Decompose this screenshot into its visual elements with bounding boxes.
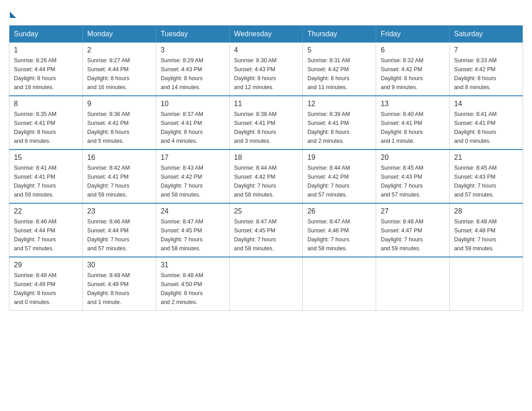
day-info: Sunrise: 8:47 AM Sunset: 4:45 PM Dayligh…: [161, 217, 225, 253]
day-info: Sunrise: 8:29 AM Sunset: 4:43 PM Dayligh…: [161, 56, 225, 92]
day-number: 13: [381, 100, 445, 108]
calendar-cell: 24 Sunrise: 8:47 AM Sunset: 4:45 PM Dayl…: [156, 203, 229, 257]
calendar-cell: 31 Sunrise: 8:48 AM Sunset: 4:50 PM Dayl…: [156, 257, 229, 311]
day-number: 8: [14, 100, 78, 108]
calendar-cell: 12 Sunrise: 8:39 AM Sunset: 4:41 PM Dayl…: [303, 96, 376, 150]
calendar-cell: 22 Sunrise: 8:46 AM Sunset: 4:44 PM Dayl…: [9, 203, 83, 257]
day-info: Sunrise: 8:37 AM Sunset: 4:41 PM Dayligh…: [161, 110, 225, 146]
day-info: Sunrise: 8:44 AM Sunset: 4:42 PM Dayligh…: [234, 163, 298, 199]
day-number: 17: [161, 154, 225, 162]
weekday-header-tuesday: Tuesday: [156, 26, 229, 43]
day-info: Sunrise: 8:38 AM Sunset: 4:41 PM Dayligh…: [234, 110, 298, 146]
day-info: Sunrise: 8:31 AM Sunset: 4:42 PM Dayligh…: [307, 56, 371, 92]
calendar-cell: 27 Sunrise: 8:48 AM Sunset: 4:47 PM Dayl…: [376, 203, 450, 257]
day-info: Sunrise: 8:39 AM Sunset: 4:41 PM Dayligh…: [307, 110, 371, 146]
day-number: 5: [307, 46, 371, 54]
calendar-cell: 11 Sunrise: 8:38 AM Sunset: 4:41 PM Dayl…: [229, 96, 303, 150]
day-number: 23: [87, 207, 151, 215]
day-number: 22: [14, 207, 78, 215]
day-info: Sunrise: 8:26 AM Sunset: 4:44 PM Dayligh…: [14, 56, 78, 92]
day-info: Sunrise: 8:47 AM Sunset: 4:46 PM Dayligh…: [307, 217, 371, 253]
logo-triangle-icon: [10, 12, 16, 18]
day-info: Sunrise: 8:36 AM Sunset: 4:41 PM Dayligh…: [87, 110, 151, 146]
day-number: 10: [161, 100, 225, 108]
day-info: Sunrise: 8:48 AM Sunset: 4:49 PM Dayligh…: [14, 271, 78, 307]
day-number: 15: [14, 154, 78, 162]
calendar-cell: [303, 257, 376, 311]
day-number: 25: [234, 207, 298, 215]
calendar-cell: 21 Sunrise: 8:45 AM Sunset: 4:43 PM Dayl…: [450, 150, 523, 203]
day-number: 30: [87, 261, 151, 269]
calendar-week-row: 29 Sunrise: 8:48 AM Sunset: 4:49 PM Dayl…: [9, 257, 523, 311]
calendar-cell: 16 Sunrise: 8:42 AM Sunset: 4:41 PM Dayl…: [82, 150, 156, 203]
weekday-header-monday: Monday: [82, 26, 156, 43]
day-info: Sunrise: 8:27 AM Sunset: 4:44 PM Dayligh…: [87, 56, 151, 92]
day-number: 19: [307, 154, 371, 162]
calendar-cell: 1 Sunrise: 8:26 AM Sunset: 4:44 PM Dayli…: [9, 43, 83, 96]
weekday-header-sunday: Sunday: [9, 26, 83, 43]
calendar-week-row: 1 Sunrise: 8:26 AM Sunset: 4:44 PM Dayli…: [9, 43, 523, 96]
day-number: 27: [381, 207, 445, 215]
calendar-cell: 7 Sunrise: 8:33 AM Sunset: 4:42 PM Dayli…: [450, 43, 523, 96]
day-number: 29: [14, 261, 78, 269]
day-number: 9: [87, 100, 151, 108]
day-info: Sunrise: 8:46 AM Sunset: 4:44 PM Dayligh…: [87, 217, 151, 253]
day-info: Sunrise: 8:48 AM Sunset: 4:49 PM Dayligh…: [87, 271, 151, 307]
calendar-cell: [376, 257, 450, 311]
calendar-cell: 2 Sunrise: 8:27 AM Sunset: 4:44 PM Dayli…: [82, 43, 156, 96]
day-number: 14: [454, 100, 518, 108]
day-info: Sunrise: 8:30 AM Sunset: 4:43 PM Dayligh…: [234, 56, 298, 92]
calendar-cell: 4 Sunrise: 8:30 AM Sunset: 4:43 PM Dayli…: [229, 43, 303, 96]
day-info: Sunrise: 8:48 AM Sunset: 4:50 PM Dayligh…: [161, 271, 225, 307]
calendar-cell: 10 Sunrise: 8:37 AM Sunset: 4:41 PM Dayl…: [156, 96, 229, 150]
day-number: 21: [454, 154, 518, 162]
calendar-cell: 30 Sunrise: 8:48 AM Sunset: 4:49 PM Dayl…: [82, 257, 156, 311]
calendar-cell: 17 Sunrise: 8:43 AM Sunset: 4:42 PM Dayl…: [156, 150, 229, 203]
calendar-cell: 28 Sunrise: 8:48 AM Sunset: 4:48 PM Dayl…: [450, 203, 523, 257]
day-info: Sunrise: 8:47 AM Sunset: 4:45 PM Dayligh…: [234, 217, 298, 253]
weekday-header-friday: Friday: [376, 26, 450, 43]
day-number: 7: [454, 46, 518, 54]
weekday-header-row: SundayMondayTuesdayWednesdayThursdayFrid…: [9, 26, 523, 43]
weekday-header-thursday: Thursday: [303, 26, 376, 43]
day-number: 12: [307, 100, 371, 108]
day-number: 16: [87, 154, 151, 162]
calendar-week-row: 22 Sunrise: 8:46 AM Sunset: 4:44 PM Dayl…: [9, 203, 523, 257]
day-number: 1: [14, 46, 78, 54]
day-info: Sunrise: 8:40 AM Sunset: 4:41 PM Dayligh…: [381, 110, 445, 146]
day-info: Sunrise: 8:32 AM Sunset: 4:42 PM Dayligh…: [381, 56, 445, 92]
logo: [9, 9, 16, 16]
day-info: Sunrise: 8:43 AM Sunset: 4:42 PM Dayligh…: [161, 163, 225, 199]
calendar-cell: 19 Sunrise: 8:44 AM Sunset: 4:42 PM Dayl…: [303, 150, 376, 203]
day-number: 31: [161, 261, 225, 269]
day-number: 4: [234, 46, 298, 54]
calendar-cell: 8 Sunrise: 8:35 AM Sunset: 4:41 PM Dayli…: [9, 96, 83, 150]
day-info: Sunrise: 8:35 AM Sunset: 4:41 PM Dayligh…: [14, 110, 78, 146]
day-number: 20: [381, 154, 445, 162]
calendar-cell: 3 Sunrise: 8:29 AM Sunset: 4:43 PM Dayli…: [156, 43, 229, 96]
day-info: Sunrise: 8:42 AM Sunset: 4:41 PM Dayligh…: [87, 163, 151, 199]
calendar-week-row: 15 Sunrise: 8:41 AM Sunset: 4:41 PM Dayl…: [9, 150, 523, 203]
day-info: Sunrise: 8:33 AM Sunset: 4:42 PM Dayligh…: [454, 56, 518, 92]
day-number: 3: [161, 46, 225, 54]
day-number: 2: [87, 46, 151, 54]
day-info: Sunrise: 8:44 AM Sunset: 4:42 PM Dayligh…: [307, 163, 371, 199]
day-info: Sunrise: 8:48 AM Sunset: 4:48 PM Dayligh…: [454, 217, 518, 253]
calendar-cell: [450, 257, 523, 311]
day-number: 11: [234, 100, 298, 108]
calendar-cell: 13 Sunrise: 8:40 AM Sunset: 4:41 PM Dayl…: [376, 96, 450, 150]
day-info: Sunrise: 8:41 AM Sunset: 4:41 PM Dayligh…: [14, 163, 78, 199]
calendar-cell: [229, 257, 303, 311]
day-number: 24: [161, 207, 225, 215]
calendar-cell: 18 Sunrise: 8:44 AM Sunset: 4:42 PM Dayl…: [229, 150, 303, 203]
day-number: 18: [234, 154, 298, 162]
day-number: 6: [381, 46, 445, 54]
day-number: 26: [307, 207, 371, 215]
weekday-header-wednesday: Wednesday: [229, 26, 303, 43]
calendar-cell: 26 Sunrise: 8:47 AM Sunset: 4:46 PM Dayl…: [303, 203, 376, 257]
day-number: 28: [454, 207, 518, 215]
calendar-table: SundayMondayTuesdayWednesdayThursdayFrid…: [9, 25, 523, 311]
page-header: [9, 9, 523, 16]
calendar-cell: 6 Sunrise: 8:32 AM Sunset: 4:42 PM Dayli…: [376, 43, 450, 96]
day-info: Sunrise: 8:41 AM Sunset: 4:41 PM Dayligh…: [454, 110, 518, 146]
